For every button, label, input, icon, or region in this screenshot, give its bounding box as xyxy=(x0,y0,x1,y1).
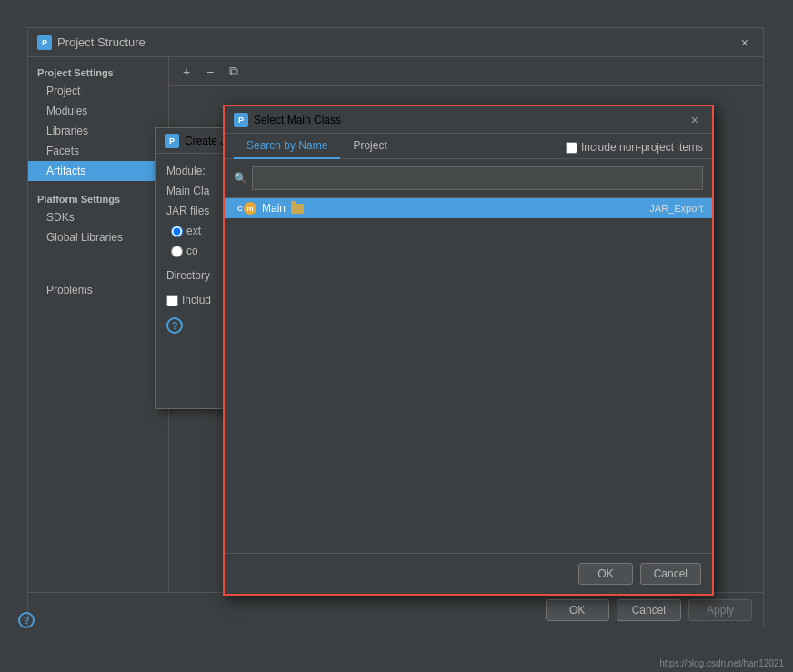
copy-button[interactable]: ⧉ xyxy=(224,62,244,82)
include-non-project-label: Include non-project items xyxy=(581,141,703,154)
sidebar-item-artifacts[interactable]: Artifacts xyxy=(28,161,168,181)
sidebar-item-project[interactable]: Project xyxy=(28,81,168,101)
results-list: C m Main JAR_Export xyxy=(225,198,712,553)
select-class-title: Select Main Class xyxy=(254,114,341,126)
search-input[interactable] xyxy=(252,166,703,190)
select-class-icon: P xyxy=(234,113,248,127)
create-jar-icon: P xyxy=(165,134,179,148)
result-item-main[interactable]: C m Main JAR_Export xyxy=(225,198,712,218)
class-m-icon: m xyxy=(244,202,256,215)
select-class-title-bar: P Select Main Class × xyxy=(225,106,712,134)
result-folder-icon xyxy=(291,204,304,214)
create-jar-help-icon[interactable]: ? xyxy=(166,317,183,334)
content-toolbar: + − ⧉ xyxy=(169,57,763,86)
tab-search-by-name[interactable]: Search by Name xyxy=(234,134,340,159)
class-icon: C m xyxy=(234,202,256,215)
watermark: https://blog.csdn.net/han12021 xyxy=(659,658,784,668)
select-class-buttons: OK Cancel xyxy=(225,553,712,594)
sidebar-item-modules[interactable]: Modules xyxy=(28,101,168,121)
main-cancel-button[interactable]: Cancel xyxy=(617,599,681,621)
main-bottom-bar: OK Cancel Apply xyxy=(28,592,763,627)
extract-label: ext xyxy=(186,225,201,237)
copy-label: co xyxy=(186,245,198,257)
main-help-icon[interactable]: ? xyxy=(18,612,35,628)
sidebar-item-libraries[interactable]: Libraries xyxy=(28,121,168,141)
main-apply-button[interactable]: Apply xyxy=(688,599,752,621)
platform-settings-label: Platform Settings xyxy=(28,188,168,207)
search-icon: 🔍 xyxy=(234,172,247,185)
extract-radio[interactable] xyxy=(171,226,183,237)
main-title-bar: P Project Structure × xyxy=(28,28,763,57)
copy-radio[interactable] xyxy=(171,246,183,257)
sidebar-item-global-libraries[interactable]: Global Libraries xyxy=(28,227,168,247)
include-checkbox[interactable] xyxy=(166,295,178,306)
select-class-cancel-button[interactable]: Cancel xyxy=(640,563,701,585)
add-button[interactable]: + xyxy=(176,62,196,82)
main-ok-button[interactable]: OK xyxy=(546,599,609,621)
main-window-title: Project Structure xyxy=(57,35,146,49)
select-class-close-button[interactable]: × xyxy=(687,112,703,128)
include-non-project-row: Include non-project items xyxy=(566,136,703,158)
result-package: JAR_Export xyxy=(649,203,703,214)
sidebar: Project Settings Project Modules Librari… xyxy=(28,57,169,592)
include-label: Includ xyxy=(182,294,211,306)
include-non-project-checkbox[interactable] xyxy=(566,142,577,154)
remove-button[interactable]: − xyxy=(200,62,220,82)
select-class-dialog: P Select Main Class × Search by Name Pro… xyxy=(223,105,714,596)
tabs-bar: Search by Name Project Include non-proje… xyxy=(225,134,712,159)
select-class-body: Search by Name Project Include non-proje… xyxy=(225,134,712,594)
search-container: 🔍 xyxy=(225,159,712,198)
tab-project[interactable]: Project xyxy=(340,134,399,159)
select-class-ok-button[interactable]: OK xyxy=(578,563,632,585)
main-close-button[interactable]: × xyxy=(736,34,754,52)
project-settings-label: Project Settings xyxy=(28,62,168,81)
result-name: Main xyxy=(262,202,286,215)
sidebar-item-problems[interactable]: Problems xyxy=(28,280,168,300)
sidebar-item-facets[interactable]: Facets xyxy=(28,141,168,161)
app-icon: P xyxy=(37,35,52,50)
sidebar-item-sdks[interactable]: SDKs xyxy=(28,207,168,227)
